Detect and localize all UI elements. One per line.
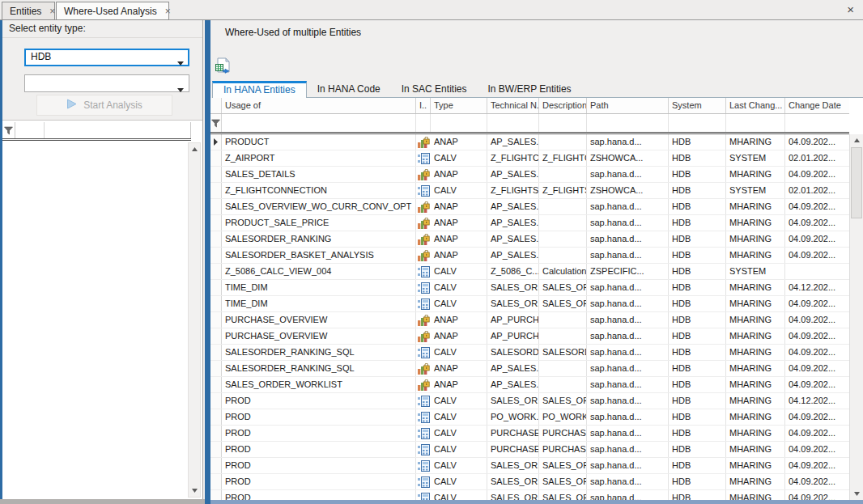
row-gutter	[210, 264, 222, 279]
table-row[interactable]: PRODCALVPURCHASE...PURCHASE...sap.hana.d…	[210, 442, 849, 458]
tab-close-icon[interactable]: ×	[165, 6, 171, 16]
cell-description	[539, 199, 587, 214]
table-row[interactable]: PRODCALVSALES_OR...SALES_OR...sap.hana.d…	[210, 474, 849, 490]
entity-list-area[interactable]	[2, 141, 202, 499]
column-header-change-date[interactable]: Change Date	[785, 98, 849, 113]
row-gutter	[210, 442, 222, 457]
table-row[interactable]: TIME_DIMCALVSALES_OR...SALES_OR...sap.ha…	[210, 296, 849, 312]
filter-cell[interactable]	[587, 114, 669, 132]
column-header-icon[interactable]: I..	[416, 98, 431, 113]
cell-change-date: 04.09.202...	[785, 248, 849, 263]
cell-description	[539, 134, 587, 150]
cell-technical-name: PO_WORK...	[487, 409, 539, 425]
cell-change-date: 02.01.202...	[785, 183, 849, 198]
entity-type-dropdown[interactable]: HDB	[24, 49, 189, 66]
cell-type: ANAP	[431, 167, 487, 182]
column-header-last-changed[interactable]: Last Chang...	[726, 98, 785, 113]
close-icon[interactable]: ×	[847, 2, 854, 17]
cell-change-date: 04.09.202...	[785, 345, 849, 360]
column-header-usage-of[interactable]: Usage of	[222, 98, 416, 113]
filter-cell[interactable]	[45, 122, 190, 138]
window-tab-label: Where-Used Analysis	[64, 6, 157, 17]
column-header-type[interactable]: Type	[431, 98, 487, 113]
sidebar-scrollbar[interactable]	[188, 142, 201, 498]
export-to-excel-icon[interactable]	[213, 56, 232, 75]
table-row[interactable]: PURCHASE_OVERVIEWANAPAP_PURCH...sap.hana…	[210, 328, 849, 345]
panel-splitter[interactable]	[205, 20, 210, 504]
cell-change-date: 04.09.202...	[785, 312, 849, 328]
column-header-path[interactable]: Path	[587, 98, 669, 113]
column-header-description[interactable]: Description	[539, 98, 587, 113]
cell-description	[539, 167, 587, 182]
table-row[interactable]: SALES_ORDER_WORKLISTANAPAP_SALES...sap.h…	[210, 377, 849, 393]
table-row[interactable]: PRODCALVSALES_OR...SALES_OR...sap.hana.d…	[210, 393, 849, 409]
tab-in-bw-erp-entities[interactable]: In BW/ERP Entities	[477, 81, 581, 97]
cell-last-changed-by: MHARING	[726, 248, 785, 263]
tab-in-hana-entities[interactable]: In HANA Entities	[212, 81, 307, 98]
cell-technical-name: SALES_OR...	[487, 474, 539, 489]
cell-usage-of: PROD	[222, 458, 416, 473]
scroll-up-icon[interactable]	[189, 143, 200, 155]
row-gutter	[210, 312, 222, 328]
grid-vertical-scrollbar[interactable]	[849, 134, 863, 500]
tab-in-hana-code[interactable]: In HANA Code	[307, 81, 391, 97]
table-row[interactable]: Z_AIRPORTCALVZ_FLIGHTC...Z_FLIGHTC...ZSH…	[210, 150, 849, 167]
table-row[interactable]: SALESORDER_BASKET_ANALYSISANAPAP_SALES..…	[210, 248, 849, 264]
filter-cell[interactable]	[539, 114, 587, 132]
cell-description: Calculation...	[539, 264, 587, 279]
scroll-up-icon[interactable]	[850, 134, 863, 146]
filter-cell[interactable]	[416, 114, 431, 132]
scroll-down-icon[interactable]	[189, 485, 200, 497]
cell-system: HDB	[669, 312, 726, 328]
grid-header-row: Usage of I.. Type Technical N... Descrip…	[210, 98, 849, 114]
cell-description	[539, 215, 587, 231]
table-row[interactable]: SALESORDER_RANKING_SQLANAPAP_SALES...sap…	[210, 361, 849, 377]
tab-in-sac-entities[interactable]: In SAC Entities	[391, 81, 478, 97]
table-row[interactable]: TIME_DIMCALVSALES_OR...SALES_OR...sap.ha…	[210, 280, 849, 296]
cell-usage-of: SALESORDER_RANKING_SQL	[222, 361, 416, 376]
scrollbar-thumb[interactable]	[851, 147, 862, 218]
table-row[interactable]: Z_FLIGHTCONNECTIONCALVZ_FLIGHTSZ_FLIGHTS…	[210, 183, 849, 199]
table-row[interactable]: Z_5086_CALC_VIEW_004CALVZ_5086_C...Calcu…	[210, 264, 849, 280]
filter-cell[interactable]	[726, 114, 785, 132]
cell-description: SALES_OR...	[539, 474, 587, 489]
window-tab-entities[interactable]: Entities ×	[2, 2, 55, 20]
cell-description: SALES_OR...	[539, 458, 587, 473]
filter-cell[interactable]	[785, 114, 849, 132]
filter-cell[interactable]	[431, 114, 487, 132]
cell-last-changed-by: SYSTEM	[726, 183, 785, 198]
tab-close-icon[interactable]: ×	[49, 6, 55, 16]
table-row[interactable]: PRODUCTANAPAP_SALES...sap.hana.d...HDBMH…	[210, 134, 849, 150]
table-row[interactable]: SALES_OVERVIEW_WO_CURR_CONV_OPTANAPAP_SA…	[210, 199, 849, 215]
entity-value-dropdown[interactable]	[24, 74, 189, 92]
cell-description: PO_WORK...	[539, 409, 587, 425]
start-analysis-button[interactable]: Start Analysis	[36, 95, 172, 116]
table-row[interactable]: PRODCALVPURCHASE...PURCHASE...sap.hana.d…	[210, 426, 849, 442]
cell-usage-of: SALESORDER_RANKING	[222, 231, 416, 247]
filter-cell[interactable]	[669, 114, 726, 132]
play-icon	[66, 99, 77, 112]
scroll-down-icon[interactable]	[850, 488, 863, 500]
table-row[interactable]: PRODCALVSALES_OR...SALES_OR...sap.hana.d…	[210, 458, 849, 474]
table-row[interactable]: PRODCALVPO_WORK...PO_WORK...sap.hana.d..…	[210, 409, 849, 426]
row-gutter	[210, 458, 222, 473]
table-row[interactable]: PRODCALVSALES_OR...SALES_OR...sap.hana.d…	[210, 490, 849, 500]
calculation-view-icon	[416, 150, 431, 166]
filter-cell[interactable]	[15, 122, 45, 138]
table-row[interactable]: PRODUCT_SALE_PRICEANAPAP_SALES...sap.han…	[210, 215, 849, 231]
table-row[interactable]: SALESORDER_RANKINGANAPAP_SALES...sap.han…	[210, 231, 849, 248]
calculation-view-icon	[416, 296, 431, 311]
table-row[interactable]: SALES_DETAILSANAPAP_SALES...sap.hana.d..…	[210, 167, 849, 183]
table-row[interactable]: PURCHASE_OVERVIEWANAPAP_PURCH...sap.hana…	[210, 312, 849, 328]
column-header-technical-name[interactable]: Technical N...	[487, 98, 539, 113]
cell-technical-name: AP_PURCH...	[487, 312, 539, 328]
table-row[interactable]: SALESORDER_RANKING_SQLCALVSALESORD...SAL…	[210, 345, 849, 361]
cell-description: SALES_OR...	[539, 296, 587, 311]
filter-cell[interactable]	[222, 114, 416, 132]
column-header-system[interactable]: System	[669, 98, 726, 113]
filter-cell[interactable]	[487, 114, 539, 132]
row-gutter	[210, 280, 222, 295]
cell-path: sap.hana.d...	[587, 361, 669, 376]
cell-type: ANAP	[431, 377, 487, 392]
window-tab-where-used-analysis[interactable]: Where-Used Analysis ×	[56, 2, 169, 20]
